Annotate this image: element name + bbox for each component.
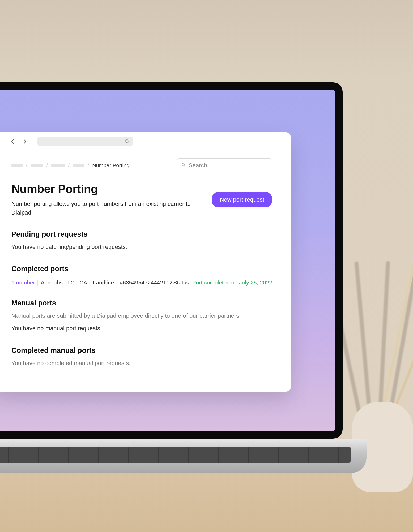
breadcrumb-current: Number Porting bbox=[92, 162, 129, 169]
app-window: / / / / Number Porting bbox=[0, 132, 291, 392]
breadcrumb-separator: / bbox=[26, 162, 27, 169]
new-port-request-button[interactable]: New port request bbox=[212, 192, 272, 207]
page-header: Number Porting Number porting allows you… bbox=[11, 182, 272, 217]
search-box[interactable] bbox=[177, 158, 272, 172]
port-account: Aerolabs LLC - CA bbox=[41, 279, 87, 286]
section-title: Completed manual ports bbox=[11, 346, 272, 355]
breadcrumb-separator: / bbox=[88, 162, 89, 169]
pending-ports-section: Pending port requests You have no batchi… bbox=[11, 230, 272, 252]
breadcrumb-separator: / bbox=[68, 162, 70, 169]
breadcrumb-skeleton bbox=[11, 164, 23, 167]
breadcrumb-skeleton bbox=[51, 164, 65, 167]
section-description: Manual ports are submitted by a Dialpad … bbox=[11, 311, 272, 320]
section-title: Completed ports bbox=[11, 265, 272, 273]
back-button[interactable] bbox=[9, 137, 17, 145]
completed-port-row: 1 number | Aerolabs LLC - CA | Landline … bbox=[11, 279, 272, 286]
page-title: Number Porting bbox=[11, 182, 212, 196]
refresh-icon[interactable] bbox=[125, 139, 129, 144]
status-value: Port completed on July 25, 2022 bbox=[192, 279, 272, 286]
manual-ports-section: Manual ports Manual ports are submitted … bbox=[11, 299, 272, 333]
section-title: Manual ports bbox=[11, 299, 272, 307]
port-status: Status: Port completed on July 25, 2022 bbox=[173, 279, 272, 286]
content-area: / / / / Number Porting bbox=[0, 150, 291, 392]
laptop-screen: / / / / Number Porting bbox=[0, 90, 335, 431]
empty-state-text: You have no manual port requests. bbox=[11, 324, 272, 333]
breadcrumb-separator: / bbox=[46, 162, 48, 169]
empty-state-text: You have no batching/pending port reques… bbox=[11, 242, 272, 252]
breadcrumb-skeleton bbox=[31, 164, 43, 167]
port-reference: #6354954724442112 bbox=[120, 279, 173, 286]
breadcrumb: / / / / Number Porting bbox=[11, 162, 129, 169]
status-label: Status: bbox=[173, 279, 191, 286]
empty-state-text: You have no completed manual port reques… bbox=[11, 358, 272, 368]
completed-ports-section: Completed ports 1 number | Aerolabs LLC … bbox=[11, 265, 272, 286]
separator: | bbox=[89, 279, 91, 286]
separator: | bbox=[116, 279, 117, 286]
browser-toolbar bbox=[0, 132, 291, 150]
port-line-type: Landline bbox=[93, 279, 114, 286]
laptop-frame: / / / / Number Porting bbox=[0, 82, 343, 439]
separator: | bbox=[37, 279, 39, 286]
svg-point-0 bbox=[182, 163, 185, 166]
port-details: 1 number | Aerolabs LLC - CA | Landline … bbox=[11, 279, 172, 286]
section-title: Pending port requests bbox=[11, 230, 272, 238]
search-input[interactable] bbox=[189, 162, 268, 169]
completed-manual-ports-section: Completed manual ports You have no compl… bbox=[11, 346, 272, 368]
top-row: / / / / Number Porting bbox=[11, 158, 272, 172]
port-number-link[interactable]: 1 number bbox=[11, 279, 35, 286]
breadcrumb-skeleton bbox=[73, 164, 84, 167]
search-icon bbox=[181, 162, 186, 169]
url-bar[interactable] bbox=[37, 137, 133, 146]
desk-surface bbox=[0, 471, 413, 532]
page-subtitle: Number porting allows you to port number… bbox=[11, 199, 212, 217]
svg-line-1 bbox=[184, 165, 185, 166]
forward-button[interactable] bbox=[21, 137, 29, 145]
laptop-keyboard bbox=[0, 447, 351, 463]
header-text-block: Number Porting Number porting allows you… bbox=[11, 182, 212, 217]
